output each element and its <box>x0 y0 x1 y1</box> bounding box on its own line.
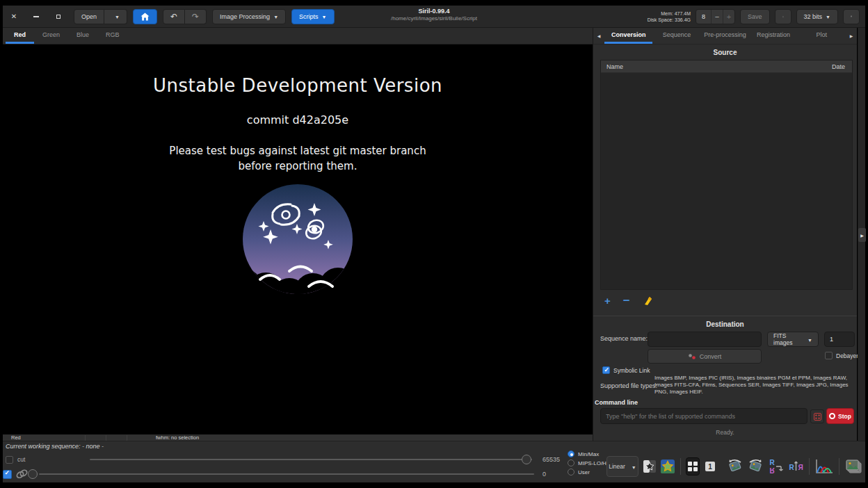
radio-user-row[interactable]: User <box>568 469 590 475</box>
radio-mips-row[interactable]: MIPS-LO/HI <box>568 459 608 466</box>
menu-button[interactable] <box>843 9 860 24</box>
symbolic-link-checkbox-row[interactable]: Symbolic Link <box>602 366 650 374</box>
display-mode-dropdown[interactable]: Linear ▼ <box>606 456 638 477</box>
radio-minmax-row[interactable]: Min/Max <box>568 450 599 457</box>
chevron-down-icon: ▼ <box>273 15 278 19</box>
start-index-input[interactable] <box>824 332 855 347</box>
tabs-scroll-left-icon[interactable]: ◀ <box>593 28 604 44</box>
threads-decrement-button[interactable]: − <box>711 10 723 24</box>
tab-sequence[interactable]: Sequence <box>652 28 700 44</box>
redo-button[interactable]: ↷ <box>185 9 207 24</box>
single-view-button[interactable]: 1 <box>703 457 717 475</box>
source-file-list[interactable]: Name Date <box>600 60 853 290</box>
convert-button[interactable]: Convert <box>648 349 762 364</box>
command-list-button[interactable] <box>810 409 824 423</box>
close-icon[interactable]: ✕ <box>8 11 19 22</box>
autostretch-checkbox[interactable] <box>3 470 12 479</box>
sequence-name-label: Sequence name: <box>600 335 648 342</box>
tab-preprocessing[interactable]: Pre-processing <box>701 28 749 44</box>
minmax-label: Min/Max <box>578 451 599 457</box>
high-slider-track[interactable] <box>90 459 532 460</box>
photometry-toggle-button[interactable] <box>643 457 657 475</box>
channel-tab-bar: Red Green Blue RGB <box>3 28 593 44</box>
flip-vertical-button[interactable]: R R <box>767 457 784 475</box>
tab-red[interactable]: Red <box>6 28 34 44</box>
high-value: 65535 <box>542 456 560 463</box>
high-slider-handle[interactable] <box>522 455 531 464</box>
open-dropdown-button[interactable]: ▼ <box>104 9 127 24</box>
mips-radio[interactable] <box>568 459 574 466</box>
display-mode-value: Linear <box>609 463 625 470</box>
stop-button[interactable]: Stop <box>826 408 854 424</box>
remove-files-button[interactable]: − <box>623 295 630 307</box>
expand-panel-button[interactable]: ▶ <box>858 228 866 242</box>
open-button[interactable]: Open <box>74 9 104 24</box>
save-button[interactable]: Save <box>740 9 770 24</box>
flip-vertical-icon: R R <box>767 458 784 475</box>
star-detection-button[interactable] <box>660 457 675 475</box>
flip-horizontal-button[interactable]: R R <box>787 457 804 475</box>
low-slider-track[interactable] <box>39 473 534 475</box>
grid-view-icon <box>687 461 698 472</box>
cut-checkbox[interactable] <box>6 456 13 464</box>
debayer-label: Debayer <box>836 352 858 359</box>
debayer-checkbox-row[interactable]: Debayer <box>825 352 858 359</box>
bit-depth-dropdown[interactable]: 32 bits ▼ <box>796 9 838 24</box>
header-bar: ✕ Open ▼ ↶ ↷ Image Processing ▼ Scripts … <box>3 6 865 28</box>
disk-info: Disk Space: 336.4G <box>648 17 691 23</box>
sequence-name-input[interactable] <box>648 332 762 347</box>
rotate-right-icon <box>747 458 764 475</box>
threads-spinner[interactable]: 8 − + <box>696 9 735 24</box>
tab-rgb[interactable]: RGB <box>97 28 128 44</box>
rotate-left-button[interactable] <box>727 457 744 475</box>
tab-registration[interactable]: Registration <box>749 28 797 44</box>
add-files-button[interactable]: + <box>604 295 611 307</box>
threads-increment-button[interactable]: + <box>723 10 734 24</box>
grid-view-button[interactable] <box>686 457 700 475</box>
save-as-button[interactable] <box>775 9 791 24</box>
working-sequence-text: Current working sequence: - none - <box>6 443 104 450</box>
stop-label: Stop <box>838 413 851 420</box>
siril-window: ✕ Open ▼ ↶ ↷ Image Processing ▼ Scripts … <box>0 0 868 488</box>
histogram-button[interactable] <box>814 457 834 475</box>
image-processing-button[interactable]: Image Processing ▼ <box>212 9 286 24</box>
minimize-icon[interactable] <box>31 11 42 22</box>
image-canvas[interactable]: Unstable Development Version commit d42a… <box>3 44 593 434</box>
scripts-button[interactable]: Scripts ▼ <box>291 9 334 24</box>
clear-list-broom-icon[interactable] <box>643 295 654 307</box>
tab-green[interactable]: Green <box>34 28 68 44</box>
column-name[interactable]: Name <box>601 63 832 70</box>
tab-conversion[interactable]: Conversion <box>604 28 652 44</box>
image-list-button[interactable] <box>844 457 862 475</box>
command-line-input[interactable] <box>600 408 807 424</box>
section-divider <box>593 316 857 316</box>
high-cut-row: cut <box>6 454 25 465</box>
column-date[interactable]: Date <box>832 63 852 70</box>
header-right-group: Mem: 477.4M Disk Space: 336.4G 8 − + Sav… <box>648 9 860 24</box>
minmax-radio[interactable] <box>568 450 574 457</box>
maximize-icon[interactable] <box>53 11 64 22</box>
conversion-panel: ◀ Conversion Sequence Pre-processing Reg… <box>593 28 857 441</box>
rotate-right-button[interactable] <box>747 457 764 475</box>
low-slider-handle[interactable] <box>28 469 38 479</box>
symbolic-link-checkbox[interactable] <box>602 366 610 374</box>
home-icon <box>140 13 150 21</box>
convert-icon <box>688 353 696 360</box>
cut-label: cut <box>17 456 25 463</box>
output-format-dropdown[interactable]: FITS images ▼ <box>767 332 819 347</box>
save-as-icon <box>782 13 784 21</box>
tabs-scroll-right-icon[interactable]: ▶ <box>846 28 857 44</box>
undo-button[interactable]: ↶ <box>163 9 185 24</box>
scripts-label: Scripts <box>299 13 319 20</box>
tab-blue[interactable]: Blue <box>68 28 97 44</box>
source-list-actions: + − <box>604 294 654 308</box>
bit-depth-value: 32 bits <box>804 13 823 20</box>
memory-info: Mem: 477.4M <box>648 10 691 17</box>
tab-plot[interactable]: Plot <box>798 28 846 44</box>
home-button[interactable] <box>133 9 157 24</box>
debayer-checkbox[interactable] <box>825 352 833 359</box>
link-channels-icon[interactable] <box>15 469 29 480</box>
user-radio[interactable] <box>568 469 574 475</box>
commit-hash: commit d42a205e <box>3 113 593 127</box>
chevron-right-icon: ▶ <box>860 233 864 238</box>
